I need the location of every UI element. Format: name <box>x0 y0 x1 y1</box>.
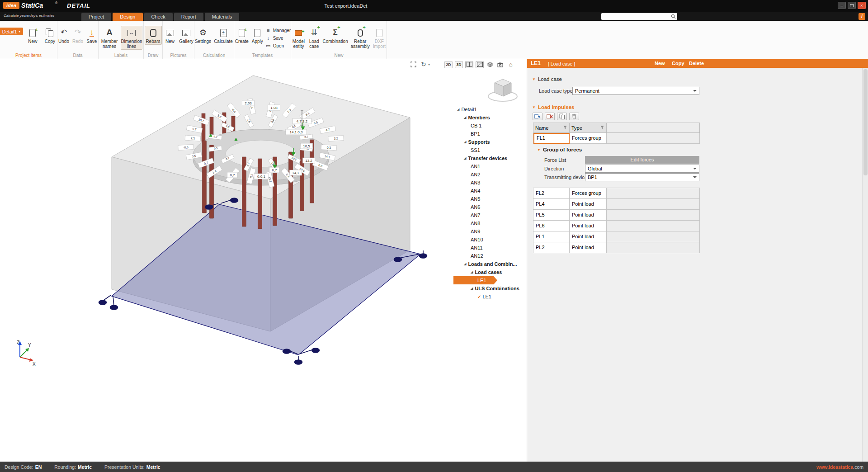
combination-button[interactable]: Σ+ Combination <box>322 26 349 45</box>
tree-item-members[interactable]: ◢Members <box>453 113 526 122</box>
tree-item-an11[interactable]: AN11 <box>453 244 526 252</box>
load-case-button[interactable]: ⇊+ Load case <box>307 26 321 50</box>
template-create-button[interactable]: + Create <box>234 26 250 45</box>
tree-item-an5[interactable]: AN5 <box>453 195 526 203</box>
tree-expander-icon[interactable]: ◢ <box>471 270 473 274</box>
impulse-delete-button[interactable] <box>545 113 555 120</box>
group-of-forces-section-header[interactable]: ▼ Group of forces <box>537 147 582 152</box>
search-input[interactable] <box>601 13 677 20</box>
direction-select[interactable]: Global <box>585 165 699 173</box>
save-button[interactable]: ↓ Save <box>85 26 98 45</box>
tree-item-an12[interactable]: AN12 <box>453 252 526 260</box>
tree-item-loads-and-combin-[interactable]: ◢Loads and Combin... <box>453 260 526 268</box>
tree-item-an8[interactable]: AN8 <box>453 219 526 227</box>
tree-expander-icon[interactable]: ◢ <box>471 287 473 290</box>
tree-item-cb-1[interactable]: CB 1 <box>453 122 526 130</box>
column-header-name[interactable]: Name <box>533 123 570 133</box>
tree-item-an1[interactable]: AN1 <box>453 162 526 170</box>
tab-check[interactable]: Check <box>144 13 173 21</box>
tree-item-an7[interactable]: AN7 <box>453 211 526 219</box>
minimize-button[interactable]: – <box>838 2 846 9</box>
tree-item-an2[interactable]: AN2 <box>453 170 526 179</box>
website-link[interactable]: www.ideastatica.com <box>816 464 863 470</box>
navigation-cube[interactable] <box>488 79 517 101</box>
picture-new-button[interactable]: + New <box>163 26 177 45</box>
model-entity-button[interactable]: + Model entity <box>291 26 306 50</box>
loadcase-copy-button[interactable]: Copy <box>672 61 684 66</box>
detail-selector-button[interactable]: Detail1 ▾ <box>0 28 23 35</box>
impulse-row-pl2[interactable]: PL2Point load <box>533 242 700 253</box>
tree-expander-icon[interactable]: ◢ <box>464 140 466 144</box>
tree-item-load-cases[interactable]: ◢Load cases <box>453 268 526 276</box>
gallery-button[interactable]: Gallery <box>179 26 194 45</box>
tab-design[interactable]: Design <box>113 13 142 21</box>
tree-item-uls-combinations[interactable]: ◢ULS Combinations <box>453 284 526 293</box>
rotate-view-button[interactable]: ↻ <box>420 61 428 68</box>
impulse-copy-button[interactable] <box>557 113 567 120</box>
impulse-row-fl1[interactable]: FL1Forces group <box>533 133 700 144</box>
tab-materials[interactable]: Materials <box>205 13 240 21</box>
tab-report[interactable]: Report <box>174 13 203 21</box>
impulse-row-fl2[interactable]: FL2Forces group <box>533 188 700 199</box>
loadcase-new-button[interactable]: New <box>655 61 665 66</box>
viewport-3d[interactable]: 2,10,03,10,54,73,20,314,10,010,50,413,20… <box>0 59 527 462</box>
loadcase-delete-button[interactable]: Delete <box>689 61 704 66</box>
tree-expander-icon[interactable]: ◢ <box>457 108 459 111</box>
cube-view-button[interactable] <box>486 61 494 68</box>
impulse-row-pl1[interactable]: PL1Point load <box>533 231 700 242</box>
tree-expander-icon[interactable]: ◢ <box>464 116 466 119</box>
transmitting-device-select[interactable]: BP1 <box>585 173 699 181</box>
view-axo-button[interactable] <box>476 61 484 68</box>
tree-item-supports[interactable]: ◢Supports <box>453 138 526 146</box>
tab-project[interactable]: Project <box>81 13 111 21</box>
home-view-button[interactable]: ⌂ <box>507 61 515 68</box>
load-impulses-section-header[interactable]: ▼ Load impulses <box>532 104 574 110</box>
properties-scrollbar[interactable] <box>862 68 868 462</box>
undo-button[interactable]: ↶ Undo <box>57 26 70 45</box>
dxf-import-button[interactable]: DXF Import <box>372 26 387 50</box>
load-case-section-header[interactable]: ▼ Load case <box>532 76 562 82</box>
dimension-lines-button[interactable]: ↔ Dimension lines <box>121 26 142 50</box>
maximize-button[interactable] <box>848 2 856 9</box>
edit-forces-button[interactable]: Edit forces <box>585 156 699 164</box>
rebar-assembly-button[interactable]: + Rebar assembly <box>350 26 371 50</box>
template-save-button[interactable]: ↓ Save <box>265 34 291 42</box>
tree-item-an10[interactable]: AN10 <box>453 236 526 244</box>
tree-item-transfer-devices[interactable]: ◢Transfer devices <box>453 154 526 162</box>
tree-item-an6[interactable]: AN6 <box>453 203 526 211</box>
tree-item-ss1[interactable]: SS1 <box>453 146 526 154</box>
view-3d-button[interactable]: 3D <box>455 61 463 68</box>
calculate-button[interactable]: ± Calculate <box>213 26 234 45</box>
tree-expander-icon[interactable]: ◢ <box>464 156 466 160</box>
view-split-button[interactable] <box>465 61 473 68</box>
rebars-button[interactable]: Rebars <box>145 26 162 45</box>
impulse-add-button[interactable] <box>533 113 542 120</box>
tree-item-detail1[interactable]: ◢Detail1 <box>453 105 526 113</box>
copy-project-item-button[interactable]: Copy <box>42 26 57 45</box>
impulse-row-pl5[interactable]: PL5Point load <box>533 210 700 221</box>
template-apply-button[interactable]: Apply <box>251 26 264 45</box>
tree-item-le1[interactable]: LE1 <box>453 276 497 284</box>
tree-item-an3[interactable]: AN3 <box>453 179 526 187</box>
scrollbar-thumb[interactable] <box>863 69 868 175</box>
render-mode-button[interactable] <box>496 61 505 68</box>
impulse-row-pl4[interactable]: PL4Point load <box>533 199 700 210</box>
tree-item-le1[interactable]: ✔LE1 <box>453 293 526 301</box>
new-project-item-button[interactable]: + New <box>25 26 40 45</box>
settings-button[interactable]: ⚙ Settings <box>194 26 212 45</box>
column-header-type[interactable]: Type <box>570 123 607 133</box>
template-open-button[interactable]: ▭ Open <box>265 42 291 49</box>
tree-expander-icon[interactable]: ◢ <box>464 262 466 266</box>
impulse-row-pl6[interactable]: PL6Point load <box>533 221 700 231</box>
fit-view-button[interactable] <box>409 61 417 68</box>
tree-item-bp1[interactable]: BP1 <box>453 130 526 138</box>
close-button[interactable]: × <box>858 2 866 9</box>
impulse-trash-button[interactable] <box>569 113 579 120</box>
chevron-down-icon[interactable]: ▾ <box>428 62 430 66</box>
redo-button[interactable]: ↷ Redo <box>71 26 84 45</box>
view-2d-button[interactable]: 2D <box>444 61 453 68</box>
tree-item-an4[interactable]: AN4 <box>453 187 526 195</box>
tree-item-an9[interactable]: AN9 <box>453 227 526 236</box>
template-manager-button[interactable]: ≡ Manager <box>265 27 291 34</box>
info-button[interactable]: i <box>859 13 865 20</box>
